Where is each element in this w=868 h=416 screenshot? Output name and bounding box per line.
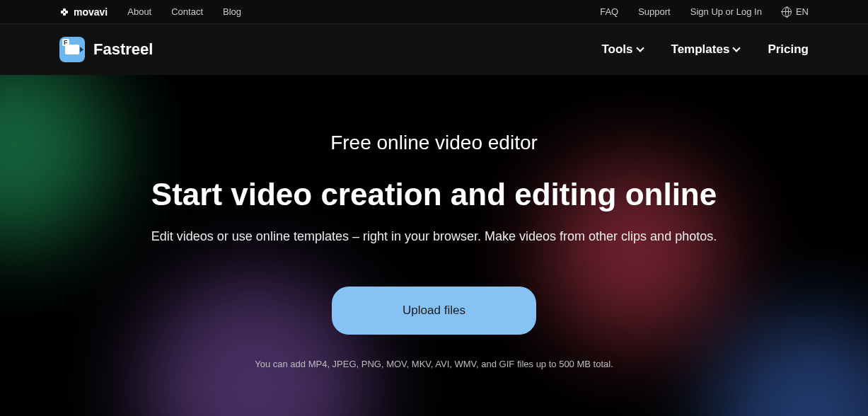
auth-link[interactable]: Sign Up or Log In xyxy=(690,6,762,17)
faq-link[interactable]: FAQ xyxy=(600,6,618,17)
contact-link[interactable]: Contact xyxy=(171,6,203,17)
language-label: EN xyxy=(796,6,809,17)
templates-label: Templates xyxy=(671,42,730,57)
fastreel-icon xyxy=(59,37,85,62)
about-link[interactable]: About xyxy=(127,6,151,17)
movavi-brand-text: movavi xyxy=(74,6,108,18)
blog-link[interactable]: Blog xyxy=(223,6,241,17)
pricing-label: Pricing xyxy=(768,42,809,57)
globe-icon xyxy=(782,7,792,17)
chevron-down-icon xyxy=(733,44,741,52)
movavi-logo[interactable]: movavi xyxy=(59,6,108,18)
language-selector[interactable]: EN xyxy=(782,6,809,17)
hero-description: Edit videos or use online templates – ri… xyxy=(151,229,717,244)
chevron-down-icon xyxy=(636,44,644,52)
nav-bar: Fastreel Tools Templates Pricing xyxy=(0,24,868,75)
support-link[interactable]: Support xyxy=(638,6,671,17)
movavi-dots-icon xyxy=(59,7,69,17)
tools-label: Tools xyxy=(601,42,632,57)
hero-subtitle: Free online video editor xyxy=(151,132,717,154)
upload-note: You can add MP4, JPEG, PNG, MOV, MKV, AV… xyxy=(151,359,717,369)
upload-files-button[interactable]: Upload files xyxy=(332,287,536,335)
tools-menu[interactable]: Tools xyxy=(601,42,642,57)
fastreel-brand-text: Fastreel xyxy=(93,40,153,59)
top-bar: movavi About Contact Blog FAQ Support Si… xyxy=(0,0,868,24)
templates-menu[interactable]: Templates xyxy=(671,42,740,57)
hero-title: Start video creation and editing online xyxy=(151,177,717,212)
fastreel-brand[interactable]: Fastreel xyxy=(59,37,153,62)
hero-section: Free online video editor Start video cre… xyxy=(0,75,868,416)
pricing-link[interactable]: Pricing xyxy=(768,42,809,57)
